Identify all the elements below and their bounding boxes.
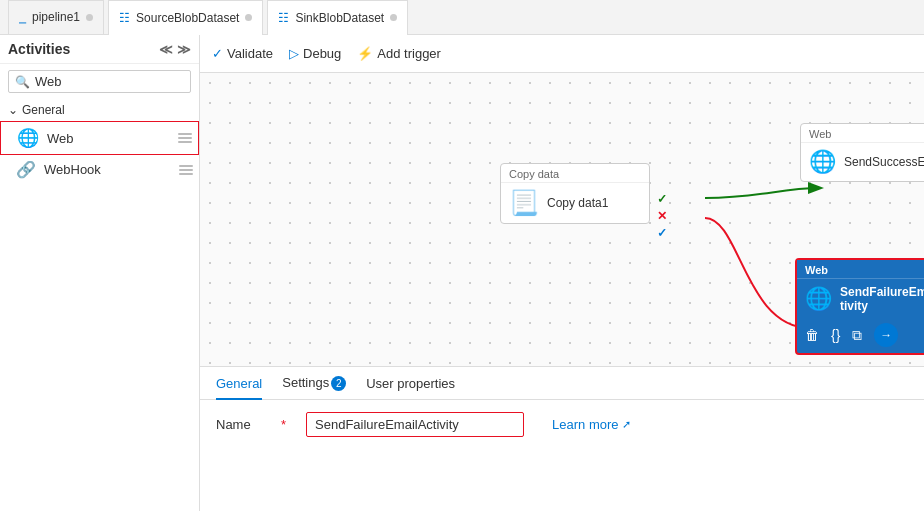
tab-pipeline1-label: pipeline1	[32, 10, 80, 24]
web-failure-header: Web	[797, 260, 924, 279]
copy-icon[interactable]: ⧉	[852, 327, 862, 344]
trigger-icon: ⚡	[357, 46, 373, 61]
bottom-tabs: General Settings2 User properties	[200, 367, 924, 400]
tab-settings[interactable]: Settings2	[282, 367, 346, 399]
web-failure-node[interactable]: Web 🌐 SendFailureEmailAc tivity ✓ ✕ ✓	[795, 258, 924, 355]
tab-general-label: General	[216, 376, 262, 391]
search-icon: 🔍	[15, 75, 30, 89]
name-input-wrapper	[306, 412, 524, 437]
web-failure-globe-icon: 🌐	[805, 286, 832, 312]
search-input[interactable]	[35, 74, 184, 89]
learn-more-label: Learn more	[552, 417, 618, 432]
complete-check: ✓	[657, 226, 667, 240]
web-globe-icon: 🌐	[17, 127, 39, 149]
search-box: 🔍	[8, 70, 191, 93]
copy-data-body: 📃 Copy data1	[501, 183, 649, 223]
sidebar: Activities ≪ ≫ 🔍 ⌄ General 🌐 Web 🔗 We	[0, 35, 200, 511]
tab-user-properties[interactable]: User properties	[366, 368, 455, 399]
add-trigger-button[interactable]: ⚡ Add trigger	[357, 46, 441, 61]
table-icon-2: ☷	[278, 11, 289, 25]
sidebar-item-webhook[interactable]: 🔗 WebHook	[0, 155, 199, 184]
canvas-toolbar: ✓ Validate ▷ Debug ⚡ Add trigger	[200, 35, 924, 73]
settings-badge: 2	[331, 376, 346, 391]
tab-settings-label: Settings	[282, 375, 329, 390]
delete-icon[interactable]: 🗑	[805, 327, 819, 343]
bottom-content: Name * Learn more ➚	[200, 400, 924, 449]
copy-data-header: Copy data	[501, 164, 649, 183]
tab-user-properties-label: User properties	[366, 376, 455, 391]
success-check: ✓	[657, 192, 667, 206]
tab-dot-2	[245, 14, 252, 21]
main-layout: Activities ≪ ≫ 🔍 ⌄ General 🌐 Web 🔗 We	[0, 35, 924, 511]
validate-button[interactable]: ✓ Validate	[212, 46, 273, 61]
chevron-down-icon: ⌄	[8, 103, 18, 117]
code-icon[interactable]: {}	[831, 327, 840, 343]
web-success-header: Web	[801, 124, 924, 143]
tab-source-blob-label: SourceBlobDataset	[136, 11, 239, 25]
tab-sink-blob[interactable]: ☷ SinkBlobDataset	[267, 0, 408, 35]
web-failure-body: 🌐 SendFailureEmailAc tivity ✓ ✕ ✓	[797, 279, 924, 319]
tab-dot-3	[390, 14, 397, 21]
canvas-area: ✓ Validate ▷ Debug ⚡ Add trigger	[200, 35, 924, 511]
web-success-name: SendSuccessEmailActivity	[844, 155, 924, 169]
web-success-body: 🌐 SendSuccessEmailActivity	[801, 143, 924, 181]
fail-check: ✕	[657, 209, 667, 223]
table-icon: ☷	[119, 11, 130, 25]
pipeline-icon: ⎯	[19, 10, 26, 24]
expand-icon[interactable]: ≫	[177, 42, 191, 57]
drag-handle-webhook	[179, 165, 193, 175]
collapse-icon[interactable]: ≪	[159, 42, 173, 57]
external-link-icon: ➚	[622, 418, 631, 431]
web-success-node[interactable]: Web 🌐 SendSuccessEmailActivity ✓ ✕ ✓	[800, 123, 924, 182]
sidebar-header: Activities ≪ ≫	[0, 35, 199, 64]
validate-icon: ✓	[212, 46, 223, 61]
debug-button[interactable]: ▷ Debug	[289, 46, 341, 61]
learn-more-link[interactable]: Learn more ➚	[552, 417, 630, 432]
copy-data-node[interactable]: Copy data 📃 Copy data1 ✓ ✕ ✓	[500, 163, 650, 224]
name-label: Name	[216, 417, 276, 432]
tab-sink-blob-label: SinkBlobDataset	[295, 11, 384, 25]
tab-general[interactable]: General	[216, 368, 262, 399]
section-general: ⌄ General	[0, 99, 199, 121]
failure-toolbar: 🗑 {} ⧉ →	[797, 319, 924, 353]
name-input[interactable]	[315, 417, 515, 432]
web-failure-name-line1: SendFailureEmailAc	[840, 285, 924, 299]
navigate-arrow-button[interactable]: →	[874, 323, 898, 347]
tab-dot	[86, 14, 93, 21]
tab-source-blob[interactable]: ☷ SourceBlobDataset	[108, 0, 263, 35]
pipeline-canvas[interactable]: Copy data 📃 Copy data1 ✓ ✕ ✓ Web 🌐 SendS…	[200, 73, 924, 366]
copy-data-icon: 📃	[509, 189, 539, 217]
copy-data-name: Copy data1	[547, 196, 608, 210]
name-required: *	[281, 417, 286, 432]
web-failure-name-line2: tivity	[840, 299, 924, 313]
sidebar-title: Activities	[8, 41, 70, 57]
debug-icon: ▷	[289, 46, 299, 61]
drag-handle-web	[178, 133, 192, 143]
tab-bar: ⎯ pipeline1 ☷ SourceBlobDataset ☷ SinkBl…	[0, 0, 924, 35]
sidebar-item-web-label: Web	[47, 131, 74, 146]
copy-data-checks: ✓ ✕ ✓	[657, 192, 667, 240]
bottom-panel: General Settings2 User properties Name *	[200, 366, 924, 511]
web-success-globe-icon: 🌐	[809, 149, 836, 175]
tab-pipeline1[interactable]: ⎯ pipeline1	[8, 0, 104, 35]
webhook-icon: 🔗	[16, 160, 36, 179]
sidebar-item-web[interactable]: 🌐 Web	[0, 121, 199, 155]
sidebar-header-icons: ≪ ≫	[159, 42, 191, 57]
sidebar-item-webhook-label: WebHook	[44, 162, 101, 177]
